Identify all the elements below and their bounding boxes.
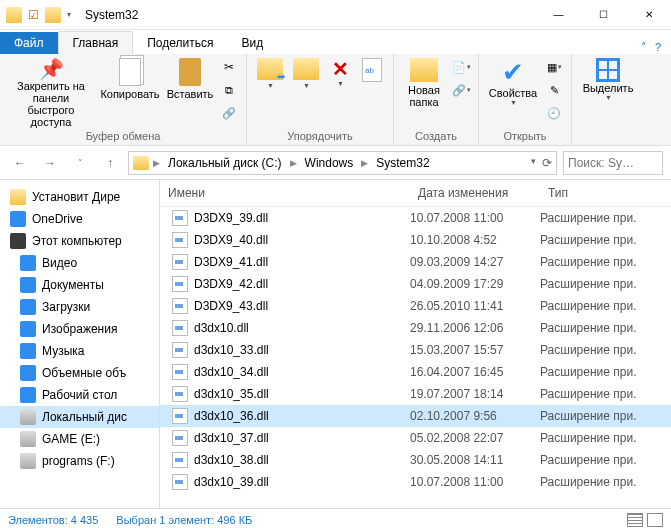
file-row[interactable]: D3DX9_42.dll04.09.2009 17:29Расширение п…: [160, 273, 671, 295]
column-header-name[interactable]: Имени: [160, 180, 410, 206]
dll-file-icon: [172, 474, 188, 490]
qat-folder-icon[interactable]: [45, 7, 61, 23]
chevron-right-icon[interactable]: ▶: [359, 158, 370, 168]
new-folder-button[interactable]: Новая папка: [400, 56, 448, 110]
help-icon[interactable]: ?: [655, 41, 661, 54]
sidebar-item-label: GAME (E:): [42, 432, 100, 446]
up-button[interactable]: ↑: [98, 151, 122, 175]
sidebar-item[interactable]: Загрузки: [0, 296, 159, 318]
file-row[interactable]: d3dx10_39.dll10.07.2008 11:00Расширение …: [160, 471, 671, 493]
dll-file-icon: [172, 452, 188, 468]
file-list: Имени Дата изменения Тип D3DX9_39.dll10.…: [160, 180, 671, 508]
paste-icon: [179, 58, 201, 86]
tab-file[interactable]: Файл: [0, 32, 58, 54]
back-button[interactable]: ←: [8, 151, 32, 175]
edit-button[interactable]: ✎: [543, 79, 565, 101]
copy-button[interactable]: Копировать: [98, 56, 162, 102]
column-header-date[interactable]: Дата изменения: [410, 180, 540, 206]
open-button[interactable]: ▦▾: [543, 56, 565, 78]
qat-checkbox-icon[interactable]: ☑: [28, 8, 39, 22]
properties-button[interactable]: ✔ Свойства ▼: [485, 56, 541, 108]
cut-button[interactable]: ✂: [218, 56, 240, 78]
sidebar-item[interactable]: Этот компьютер: [0, 230, 159, 252]
file-row[interactable]: D3DX9_40.dll10.10.2008 4:52Расширение пр…: [160, 229, 671, 251]
file-row[interactable]: d3dx10_37.dll05.02.2008 22:07Расширение …: [160, 427, 671, 449]
breadcrumb[interactable]: Windows: [301, 156, 358, 170]
tab-home[interactable]: Главная: [58, 31, 134, 54]
details-view-icon[interactable]: [627, 513, 643, 527]
file-date: 10.07.2008 11:00: [410, 211, 540, 225]
sidebar-item[interactable]: Видео: [0, 252, 159, 274]
address-bar[interactable]: ▶ Локальный диск (C:) ▶ Windows ▶ System…: [128, 151, 557, 175]
history-button[interactable]: 🕘: [543, 102, 565, 124]
file-row[interactable]: d3dx10_38.dll30.05.2008 14:11Расширение …: [160, 449, 671, 471]
sidebar-item[interactable]: programs (F:): [0, 450, 159, 472]
easy-access-button[interactable]: 🔗▾: [450, 79, 472, 101]
copy-icon: [119, 58, 141, 86]
sidebar-item[interactable]: Изображения: [0, 318, 159, 340]
disk-icon: [20, 409, 36, 425]
refresh-button[interactable]: ⟳: [542, 156, 552, 170]
group-open-label: Открыть: [503, 130, 546, 143]
rename-button[interactable]: ab: [357, 56, 387, 84]
file-date: 16.04.2007 16:45: [410, 365, 540, 379]
file-name: d3dx10.dll: [194, 321, 249, 335]
close-button[interactable]: ✕: [626, 0, 671, 30]
ribbon: 📌 Закрепить на панели быстрого доступа К…: [0, 54, 671, 146]
disk-icon: [20, 453, 36, 469]
file-row[interactable]: d3dx10_34.dll16.04.2007 16:45Расширение …: [160, 361, 671, 383]
minimize-button[interactable]: —: [536, 0, 581, 30]
select-button[interactable]: Выделить ▼: [578, 56, 638, 104]
chevron-right-icon[interactable]: ▶: [151, 158, 162, 168]
properties-icon: ✔: [502, 58, 524, 87]
sidebar-item[interactable]: Локальный дис: [0, 406, 159, 428]
sidebar-item-label: Загрузки: [42, 300, 90, 314]
file-row[interactable]: D3DX9_43.dll26.05.2010 11:41Расширение п…: [160, 295, 671, 317]
file-row[interactable]: d3dx10.dll29.11.2006 12:06Расширение при…: [160, 317, 671, 339]
new-folder-icon: [410, 58, 438, 82]
video-icon: [20, 255, 36, 271]
file-row[interactable]: d3dx10_36.dll02.10.2007 9:56Расширение п…: [160, 405, 671, 427]
chevron-right-icon[interactable]: ▶: [288, 158, 299, 168]
breadcrumb[interactable]: System32: [372, 156, 433, 170]
delete-button[interactable]: ✕ ▼: [325, 56, 355, 90]
recent-locations-button[interactable]: ˅: [68, 151, 92, 175]
forward-button[interactable]: →: [38, 151, 62, 175]
tab-view[interactable]: Вид: [227, 32, 277, 54]
copypath-button[interactable]: ⧉: [218, 79, 240, 101]
file-type: Расширение при.: [540, 233, 671, 247]
column-header-type[interactable]: Тип: [540, 180, 671, 206]
moveto-button[interactable]: ➡ ▼: [253, 56, 287, 92]
titlebar: ☑ ▾ System32 — ☐ ✕: [0, 0, 671, 30]
address-dropdown-icon[interactable]: ▾: [531, 156, 536, 170]
file-name: d3dx10_35.dll: [194, 387, 269, 401]
large-icons-view-icon[interactable]: [647, 513, 663, 527]
sidebar-item[interactable]: Установит Дире: [0, 186, 159, 208]
group-clipboard-label: Буфер обмена: [86, 130, 161, 143]
sidebar-item[interactable]: Объемные объ: [0, 362, 159, 384]
sidebar-item[interactable]: Документы: [0, 274, 159, 296]
edit-icon: ✎: [550, 84, 559, 97]
paste-shortcut-button[interactable]: 🔗: [218, 102, 240, 124]
breadcrumb[interactable]: Локальный диск (C:): [164, 156, 286, 170]
sidebar-item[interactable]: GAME (E:): [0, 428, 159, 450]
qat-dropdown-icon[interactable]: ▾: [67, 10, 71, 19]
file-row[interactable]: d3dx10_33.dll15.03.2007 15:57Расширение …: [160, 339, 671, 361]
pin-quickaccess-button[interactable]: 📌 Закрепить на панели быстрого доступа: [6, 56, 96, 130]
paste-button[interactable]: Вставить: [164, 56, 216, 102]
navigation-pane[interactable]: Установит ДиреOneDriveЭтот компьютерВиде…: [0, 180, 160, 508]
file-rows[interactable]: D3DX9_39.dll10.07.2008 11:00Расширение п…: [160, 207, 671, 508]
disk-icon: [20, 431, 36, 447]
sidebar-item[interactable]: OneDrive: [0, 208, 159, 230]
sidebar-item[interactable]: Рабочий стол: [0, 384, 159, 406]
copyto-button[interactable]: ▼: [289, 56, 323, 92]
tab-share[interactable]: Поделиться: [133, 32, 227, 54]
new-item-button[interactable]: 📄▾: [450, 56, 472, 78]
file-row[interactable]: D3DX9_39.dll10.07.2008 11:00Расширение п…: [160, 207, 671, 229]
maximize-button[interactable]: ☐: [581, 0, 626, 30]
file-row[interactable]: d3dx10_35.dll19.07.2007 18:14Расширение …: [160, 383, 671, 405]
search-input[interactable]: [563, 151, 663, 175]
sidebar-item[interactable]: Музыка: [0, 340, 159, 362]
collapse-ribbon-icon[interactable]: ˄: [641, 41, 647, 54]
file-row[interactable]: D3DX9_41.dll09.03.2009 14:27Расширение п…: [160, 251, 671, 273]
